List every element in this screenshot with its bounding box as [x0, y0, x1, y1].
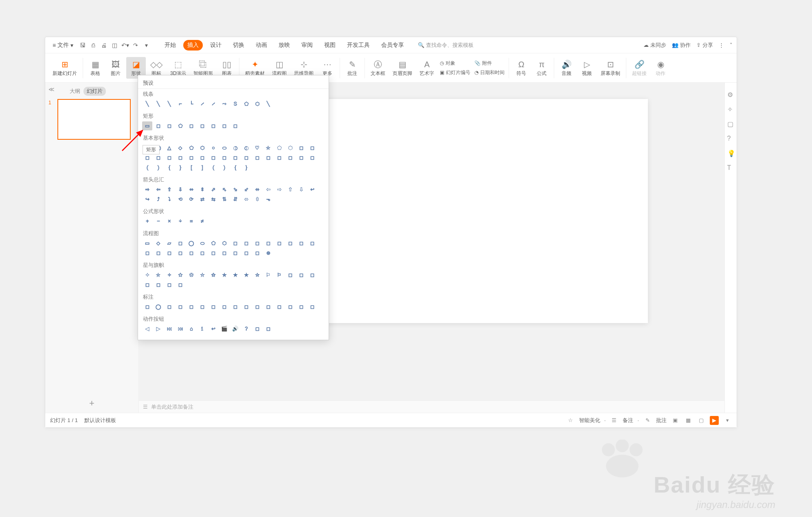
shape-equation-2[interactable]: ×: [164, 217, 174, 226]
slidenum-button[interactable]: ▣幻灯片编号: [438, 68, 472, 77]
shape-arrows-4[interactable]: ⇔: [186, 185, 196, 194]
shape-rects-1[interactable]: ◻: [153, 121, 163, 130]
shape-lines-10[interactable]: ⬡: [252, 99, 262, 108]
shape-basic-25[interactable]: ◻: [241, 153, 251, 162]
shape-flowchart-4[interactable]: ◯: [186, 239, 196, 248]
shape-arrows-12[interactable]: ➡: [274, 185, 284, 194]
shape-flowchart-24[interactable]: ◻: [230, 249, 240, 257]
beautify-button[interactable]: ☆: [566, 416, 575, 425]
shape-arrows-15[interactable]: ↩: [307, 185, 317, 194]
notes-bar[interactable]: ☰ 单击此处添加备注: [139, 400, 737, 413]
shape-lines-0[interactable]: ╲: [142, 99, 152, 108]
shape-callouts-14[interactable]: ◻: [296, 302, 306, 311]
shape-basic-34[interactable]: {: [164, 163, 174, 172]
shape-flowchart-26[interactable]: ◻: [252, 249, 262, 257]
object-button[interactable]: ◷对象: [438, 59, 472, 68]
shape-arrows-21[interactable]: ⇄: [197, 195, 207, 204]
slideshow-view-icon[interactable]: ▶: [710, 416, 719, 425]
shape-flowchart-23[interactable]: ◻: [219, 249, 229, 257]
picture-button[interactable]: 🖼 图片: [106, 57, 125, 79]
shape-basic-38[interactable]: (: [208, 163, 218, 172]
shape-flowchart-10[interactable]: ◻: [252, 239, 262, 248]
shape-arrows-24[interactable]: ⇵: [230, 195, 240, 204]
shape-callouts-10[interactable]: ◻: [252, 302, 262, 311]
shape-basic-11[interactable]: ☆: [263, 143, 273, 152]
shape-arrows-19[interactable]: ⟲: [175, 195, 185, 204]
shape-actions-11[interactable]: ◻: [263, 324, 273, 333]
shape-callouts-4[interactable]: ◻: [186, 302, 196, 311]
shape-stars-14[interactable]: ◻: [296, 271, 306, 279]
sync-status[interactable]: ☁ 未同步: [643, 42, 666, 49]
collapse-panel-icon[interactable]: ≪: [48, 86, 55, 92]
shape-basic-4[interactable]: ⬠: [186, 143, 196, 152]
settings-icon[interactable]: ⚙: [727, 91, 735, 98]
help-icon[interactable]: ?: [727, 135, 735, 142]
shape-arrows-16[interactable]: ↪: [142, 195, 152, 204]
shape-lines-7[interactable]: ⤳: [219, 99, 229, 108]
shape-stars-0[interactable]: ✦: [142, 271, 152, 279]
textbox-button[interactable]: Ⓐ 文本框: [367, 57, 388, 79]
shape-lines-6[interactable]: ⟋: [208, 99, 218, 108]
sparkle-icon[interactable]: ✧: [727, 106, 735, 113]
shape-callouts-5[interactable]: ◻: [197, 302, 207, 311]
shape-stars-4[interactable]: ✪: [186, 271, 196, 279]
shape-arrows-2[interactable]: ⇧: [164, 185, 174, 194]
shape-arrows-27[interactable]: ⬎: [263, 195, 273, 204]
shape-stars-19[interactable]: ◻: [175, 280, 185, 289]
shape-basic-31[interactable]: ◻: [307, 153, 317, 162]
shape-basic-19[interactable]: ◻: [175, 153, 185, 162]
shape-stars-2[interactable]: ✧: [164, 271, 174, 279]
shape-lines-4[interactable]: └: [186, 99, 196, 108]
shape-basic-13[interactable]: ⬢: [285, 143, 295, 152]
shape-equation-3[interactable]: ÷: [175, 217, 185, 226]
tab-transition[interactable]: 切换: [229, 40, 248, 51]
shape-basic-10[interactable]: ♡: [252, 143, 262, 152]
shape-basic-40[interactable]: {: [230, 163, 240, 172]
comments-button[interactable]: ✎: [643, 416, 652, 425]
shape-rects-5[interactable]: ◻: [197, 121, 207, 130]
shape-stars-10[interactable]: ✰: [252, 271, 262, 279]
shape-basic-39[interactable]: ): [219, 163, 229, 172]
undo-icon[interactable]: ↶▾: [121, 41, 129, 50]
notes-button[interactable]: ☰: [610, 416, 619, 425]
new-slide-button[interactable]: ⊞ 新建幻灯片: [49, 57, 80, 79]
shape-flowchart-14[interactable]: ◻: [296, 239, 306, 248]
wordart-button[interactable]: A 艺术字: [416, 57, 437, 79]
shape-stars-1[interactable]: ☆: [153, 271, 163, 279]
video-button[interactable]: ▷ 视频: [577, 57, 597, 79]
tab-member[interactable]: 会员专享: [377, 40, 408, 51]
text-icon[interactable]: T: [727, 164, 735, 172]
tab-dev[interactable]: 开发工具: [343, 40, 374, 51]
shape-arrows-7[interactable]: ⬁: [219, 185, 229, 194]
shape-arrows-11[interactable]: ⬅: [263, 185, 273, 194]
shape-basic-14[interactable]: ◻: [296, 143, 306, 152]
share-button[interactable]: ⇧ 分享: [696, 42, 713, 49]
shape-basic-17[interactable]: ◻: [153, 153, 163, 162]
shape-stars-7[interactable]: ✭: [219, 271, 229, 279]
search-box[interactable]: 🔍 查找命令、搜索模板: [418, 42, 474, 49]
tab-animation[interactable]: 动画: [252, 40, 271, 51]
shape-basic-41[interactable]: }: [241, 163, 251, 172]
shape-rects-4[interactable]: ◻: [186, 121, 196, 130]
shape-flowchart-1[interactable]: ◇: [153, 239, 163, 248]
tab-view[interactable]: 视图: [320, 40, 340, 51]
tab-slideshow[interactable]: 放映: [274, 40, 294, 51]
shape-basic-35[interactable]: }: [175, 163, 185, 172]
shape-callouts-15[interactable]: ◻: [307, 302, 317, 311]
shape-arrows-26[interactable]: ⬍: [252, 195, 262, 204]
bulb-icon[interactable]: 💡: [727, 150, 735, 157]
qat-more-icon[interactable]: ▾: [142, 41, 151, 50]
shape-arrows-3[interactable]: ⇩: [175, 185, 185, 194]
shape-flowchart-8[interactable]: ◻: [230, 239, 240, 248]
shape-flowchart-12[interactable]: ◻: [274, 239, 284, 248]
shape-callouts-9[interactable]: ◻: [241, 302, 251, 311]
shape-callouts-13[interactable]: ◻: [285, 302, 295, 311]
audio-button[interactable]: 🔊 音频: [557, 57, 576, 79]
file-menu[interactable]: ≡ 文件 ▾: [49, 42, 77, 49]
shape-actions-4[interactable]: ⌂: [186, 324, 196, 333]
beautify-label[interactable]: 智能美化: [579, 417, 600, 424]
shape-lines-8[interactable]: S: [230, 99, 240, 108]
symbol-button[interactable]: Ω 符号: [511, 57, 531, 79]
shape-lines-1[interactable]: ╲: [153, 99, 163, 108]
shape-basic-37[interactable]: ]: [197, 163, 207, 172]
